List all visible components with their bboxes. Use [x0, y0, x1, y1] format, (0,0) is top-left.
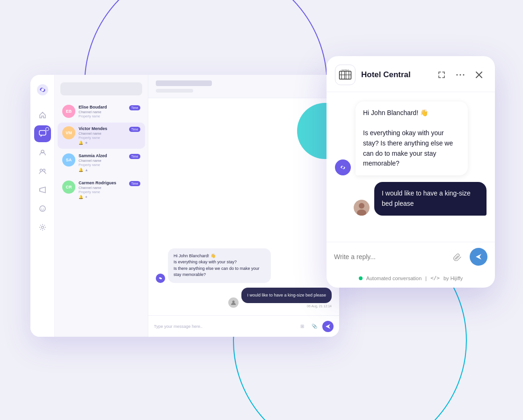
bot-message-bubble: Hi John Blanchard! 👋Is everything okay w…	[168, 248, 271, 283]
svg-text:HOTELS: HOTELS	[341, 69, 349, 71]
svg-point-20	[359, 203, 364, 209]
chat-book-icon[interactable]: ⊞	[298, 322, 306, 331]
automated-conversation-label: Automated conversation	[366, 275, 422, 281]
conv-name-elise: Elise Boudard	[79, 105, 129, 109]
widget-messages: Hi John Blanchard! 👋Is everything okay w…	[327, 92, 495, 242]
conv-info-elise: Elise Boudard Channel name Property name	[79, 105, 129, 118]
conv-info-sammia: Sammia Alzed Channel name Property name …	[79, 153, 129, 172]
conv-property-carmen: Property name	[79, 190, 129, 194]
widget-user-avatar	[354, 200, 370, 216]
chat-send-button[interactable]	[322, 321, 334, 332]
svg-rect-2	[39, 130, 46, 135]
message-row-bot: Hi John Blanchard! 👋Is everything okay w…	[156, 248, 332, 283]
widget-bot-avatar	[335, 159, 351, 175]
bot-avatar-small	[156, 274, 165, 283]
widget-attach-button[interactable]	[450, 249, 465, 264]
chat-header-name	[156, 80, 212, 86]
svg-point-18	[342, 167, 344, 169]
conv-name-sammia: Sammia Alzed	[79, 153, 129, 158]
conv-name-carmen: Carmen Rodrigues	[79, 181, 129, 185]
chat-input-bar: Type your message here.. ⊞ 📎	[148, 315, 339, 337]
conv-icons-sammia: 🔔▲	[79, 168, 129, 172]
svg-point-7	[41, 208, 42, 208]
conversations-list: EB Elise Boudard Channel name Property n…	[55, 75, 148, 337]
svg-rect-12	[341, 71, 344, 79]
widget-user-message-row: I would like to have a king-size bed ple…	[335, 182, 487, 215]
user-message-bubble: I would like to have a king-size bed ple…	[241, 288, 332, 304]
avatar-victor: VM	[62, 126, 75, 139]
hotel-name: Hotel Central	[361, 70, 435, 80]
chat-header-subtitle	[156, 89, 193, 93]
svg-rect-11	[340, 71, 351, 79]
widget-bot-bubble: Hi John Blanchard! 👋Is everything okay w…	[356, 101, 468, 175]
app-logo	[36, 83, 49, 96]
svg-point-5	[43, 169, 45, 172]
avatar-carmen: CR	[62, 181, 75, 194]
widget-reply-input[interactable]	[334, 253, 445, 261]
conv-time-carmen: Time	[129, 181, 140, 186]
sidebar-item-settings[interactable]	[34, 219, 51, 236]
conversation-item-sammia[interactable]: SA Sammia Alzed Channel name Property na…	[58, 150, 145, 176]
avatar-sammia: SA	[62, 153, 75, 167]
sidebar-item-contacts[interactable]	[34, 144, 51, 161]
conversation-item-elise[interactable]: EB Elise Boudard Channel name Property n…	[58, 101, 145, 122]
conv-channel-elise: Channel name	[79, 110, 129, 114]
widget-bot-message-row: Hi John Blanchard! 👋Is everything okay w…	[335, 101, 487, 175]
sidebar-item-feedback[interactable]	[34, 200, 51, 217]
widget-header: HOTELS Hotel Central	[327, 56, 495, 92]
chat-messages: Hi John Blanchard! 👋Is everything okay w…	[148, 98, 339, 315]
chat-area: Hi John Blanchard! 👋Is everything okay w…	[148, 75, 339, 337]
svg-point-8	[43, 208, 44, 208]
chat-attach-icon[interactable]: 📎	[310, 322, 319, 331]
conv-name-victor: Victor Mendes	[79, 126, 129, 131]
svg-point-16	[460, 74, 461, 76]
svg-point-17	[463, 74, 465, 76]
app-window: EB Elise Boudard Channel name Property n…	[30, 75, 339, 337]
conv-time-elise: Time	[129, 105, 140, 110]
sidebar	[30, 75, 55, 337]
message-row-user: I would like to have a king-size bed ple…	[156, 288, 332, 308]
conv-property-elise: Property name	[79, 115, 129, 118]
hotel-logo: HOTELS	[335, 65, 356, 85]
sidebar-item-conversations[interactable]	[34, 125, 51, 142]
message-timestamp: 06 Aug, 21 12:14	[307, 304, 332, 308]
close-button[interactable]	[472, 68, 486, 81]
conv-channel-sammia: Channel name	[79, 159, 129, 163]
conv-channel-carmen: Channel name	[79, 186, 129, 190]
chat-header	[148, 75, 339, 98]
conversation-item-carmen[interactable]: CR Carmen Rodrigues Channel name Propert…	[58, 177, 145, 203]
sidebar-item-campaigns[interactable]	[34, 181, 51, 198]
widget-user-bubble: I would like to have a king-size bed ple…	[374, 182, 487, 215]
powered-by-label: by Hijiffy	[443, 275, 463, 281]
conv-info-carmen: Carmen Rodrigues Channel name Property n…	[79, 181, 129, 199]
widget-header-actions	[435, 68, 486, 81]
conv-time-sammia: Time	[129, 154, 140, 159]
status-dot	[359, 276, 363, 280]
sidebar-item-home[interactable]	[34, 107, 51, 123]
expand-button[interactable]	[435, 68, 448, 81]
conversations-badge	[45, 127, 49, 131]
svg-point-1	[41, 88, 44, 91]
conv-info-victor: Victor Mendes Channel name Property name…	[79, 126, 129, 145]
more-options-button[interactable]	[454, 68, 467, 81]
conv-channel-victor: Channel name	[79, 131, 129, 136]
code-icon: </>	[430, 275, 440, 281]
hotel-widget: HOTELS Hotel Central	[327, 56, 495, 288]
widget-input-area[interactable]	[327, 242, 495, 271]
avatar-elise: EB	[62, 105, 75, 118]
svg-rect-13	[346, 71, 349, 79]
sidebar-item-teams[interactable]	[34, 163, 51, 180]
conv-property-victor: Property name	[79, 136, 129, 139]
widget-send-button[interactable]	[470, 248, 487, 266]
conv-icons-carmen: 🔔✦	[79, 195, 129, 199]
user-avatar-small	[228, 297, 239, 308]
svg-point-10	[232, 301, 235, 303]
conv-icons-victor: 🔔★	[79, 141, 129, 145]
svg-point-4	[40, 169, 42, 172]
conversation-item-victor[interactable]: VM Victor Mendes Channel name Property n…	[58, 123, 145, 149]
conv-property-sammia: Property name	[79, 163, 129, 167]
svg-point-15	[457, 74, 458, 76]
conv-time-victor: Time	[129, 127, 140, 132]
chat-input-placeholder: Type your message here..	[154, 324, 294, 329]
svg-point-9	[41, 226, 44, 229]
